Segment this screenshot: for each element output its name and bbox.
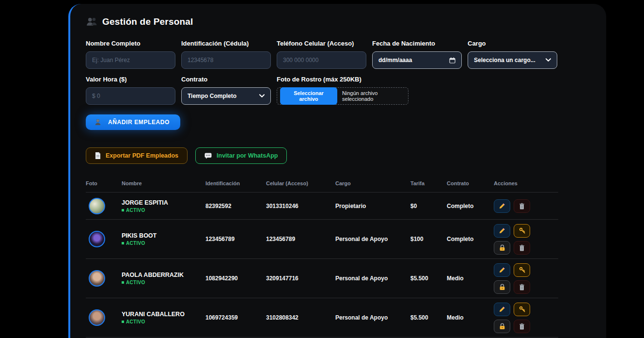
exportar-pdf-label: Exportar PDF Empleados (106, 152, 178, 159)
col-acciones: Acciones (494, 180, 558, 186)
status-label: ACTIVO (126, 319, 145, 324)
col-foto: Foto (86, 180, 122, 186)
edit-button[interactable] (494, 303, 510, 316)
employee-avatar (89, 270, 105, 287)
key-icon (519, 227, 525, 234)
employees-table: Foto Nombre Identificación Celular (Acce… (86, 180, 558, 338)
identificacion-label: Identificación (Cédula) (181, 40, 271, 47)
employee-name-cell: YURANI CABALLERO ACTIVO (122, 311, 205, 324)
employee-name-cell: JORGE ESPITIA ACTIVO (122, 199, 205, 213)
lock-button[interactable] (494, 241, 510, 255)
field-telefono: Teléfono Celular (Acceso) (277, 40, 366, 69)
pencil-icon (499, 306, 505, 312)
employee-form-row-1: Nombre Completo Identificación (Cédula) … (86, 40, 606, 69)
invitar-whatsapp-button[interactable]: Invitar por WhatsApp (195, 147, 287, 164)
field-fecha-nacimiento: Fecha de Nacimiento dd/mm/aaaa (372, 40, 462, 69)
field-valor-hora: Valor Hora ($) (86, 76, 175, 105)
col-cargo: Cargo (335, 180, 410, 186)
col-contrato: Contrato (447, 180, 494, 186)
employee-tarifa: $5.500 (410, 314, 447, 321)
employee-id: 82392592 (205, 203, 266, 209)
contrato-select[interactable]: Tiempo Completo (181, 87, 271, 105)
employee-avatar (89, 309, 105, 326)
document-icon (95, 152, 101, 159)
edit-button[interactable] (494, 263, 510, 277)
edit-button[interactable] (494, 199, 510, 213)
foto-rostro-label: Foto de Rostro (máx 250KB) (277, 76, 408, 83)
field-contrato: Contrato Tiempo Completo (181, 76, 271, 105)
table-row: YURANI CABALLERO ACTIVO 1069724359 31028… (86, 298, 558, 338)
edit-button[interactable] (494, 224, 510, 238)
key-button[interactable] (514, 224, 530, 238)
table-row: PAOLA ABDERRAZIK ACTIVO 1082942290 32091… (86, 259, 558, 298)
key-button[interactable] (514, 263, 530, 277)
col-celular: Celular (Acceso) (266, 180, 335, 186)
key-button[interactable] (514, 303, 530, 316)
valor-hora-input[interactable] (86, 87, 175, 105)
delete-button[interactable] (514, 320, 530, 333)
employee-tarifa: $100 (410, 236, 447, 242)
export-actions: Exportar PDF Empleados Invitar por Whats… (86, 147, 606, 164)
pencil-icon (499, 203, 505, 209)
cargo-label: Cargo (468, 40, 557, 47)
field-identificacion: Identificación (Cédula) (181, 40, 271, 69)
status-badge: ACTIVO (122, 241, 205, 246)
employee-cargo: Personal de Apoyo (335, 314, 410, 321)
row-actions (494, 303, 558, 333)
key-icon (519, 306, 525, 312)
field-foto-rostro: Foto de Rostro (máx 250KB) Seleccionar a… (277, 76, 408, 105)
anadir-empleado-button[interactable]: AÑADIR EMPLEADO (86, 114, 180, 130)
delete-button[interactable] (514, 241, 530, 255)
row-actions (494, 224, 558, 255)
status-label: ACTIVO (126, 280, 145, 285)
foto-file-input[interactable]: Seleccionar archivo Ningún archivo selec… (277, 87, 408, 105)
exportar-pdf-button[interactable]: Exportar PDF Empleados (86, 147, 188, 164)
people-icon (86, 17, 97, 27)
field-cargo: Cargo Selecciona un cargo... (468, 40, 557, 69)
lock-button[interactable] (494, 280, 510, 294)
employee-cargo: Personal de Apoyo (335, 236, 410, 242)
cargo-select[interactable]: Selecciona un cargo... (468, 51, 557, 69)
telefono-label: Teléfono Celular (Acceso) (277, 40, 366, 47)
telefono-input[interactable] (277, 51, 366, 69)
delete-button[interactable] (514, 280, 530, 294)
identificacion-input[interactable] (181, 51, 271, 69)
row-actions (494, 263, 558, 294)
col-nombre: Nombre (122, 180, 205, 186)
trash-icon (519, 323, 525, 330)
employee-tarifa: $0 (410, 203, 447, 209)
status-label: ACTIVO (126, 208, 145, 213)
status-dot-icon (122, 321, 124, 323)
status-dot-icon (122, 242, 124, 244)
employee-phone: 123456789 (266, 236, 335, 242)
status-dot-icon (122, 281, 124, 284)
status-label: ACTIVO (126, 241, 145, 246)
employee-phone: 3013310246 (266, 203, 335, 209)
lock-button[interactable] (494, 320, 510, 333)
employee-contrato: Completo (447, 203, 494, 209)
employee-avatar (89, 198, 105, 214)
contrato-label: Contrato (181, 76, 271, 83)
fecha-date-input[interactable]: dd/mm/aaaa (372, 51, 462, 69)
table-row: JORGE ESPITIA ACTIVO 82392592 3013310246… (86, 193, 558, 220)
employee-phone: 3102808342 (266, 314, 335, 321)
trash-icon (519, 284, 525, 290)
cargo-selected-value: Selecciona un cargo... (474, 57, 535, 64)
employee-id: 1069724359 (205, 314, 266, 321)
employee-cargo: Personal de Apoyo (335, 275, 410, 282)
delete-button[interactable] (514, 199, 530, 213)
employee-name: YURANI CABALLERO (122, 311, 205, 318)
table-row: PIKIS BOOT ACTIVO 123456789 123456789 Pe… (86, 220, 558, 259)
seleccionar-archivo-button[interactable]: Seleccionar archivo (280, 87, 337, 105)
pencil-icon (499, 267, 505, 273)
person-icon (94, 119, 101, 126)
nombre-input[interactable] (86, 51, 175, 69)
anadir-empleado-label: AÑADIR EMPLEADO (108, 119, 170, 126)
row-actions (494, 199, 558, 213)
employee-name: JORGE ESPITIA (122, 199, 205, 206)
nombre-label: Nombre Completo (86, 40, 175, 47)
table-header-row: Foto Nombre Identificación Celular (Acce… (86, 180, 558, 193)
chat-bubble-icon (204, 153, 212, 159)
employee-name-cell: PIKIS BOOT ACTIVO (122, 232, 205, 246)
employee-avatar (89, 231, 105, 247)
